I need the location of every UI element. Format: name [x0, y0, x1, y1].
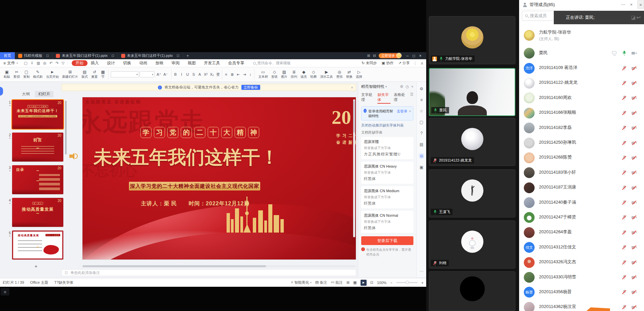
outline-button[interactable]: ◇轮廓 — [309, 69, 318, 80]
print-icon[interactable]: ▥ — [37, 61, 40, 65]
slide-thumbnail[interactable]: 5✦ 学习二十大精神 推动高质量发展 — [6, 231, 66, 260]
participant-row[interactable]: 2020114183张小轩 — [519, 165, 644, 180]
video-tile[interactable]: 刘栩 — [429, 220, 515, 269]
arrange-button[interactable]: ≣排列 — [289, 69, 299, 80]
font-size-select[interactable]: ▾ — [140, 71, 155, 77]
ribbon-menu-item[interactable]: 审阅 — [172, 60, 180, 66]
camera-icon[interactable] — [631, 275, 637, 280]
panel-collapse-button[interactable]: ≡ — [637, 0, 644, 9]
participant-row[interactable]: 2019114166张顺顺 — [519, 106, 644, 120]
book-icon[interactable]: ▣ — [419, 165, 423, 170]
participant-row[interactable]: 2019114182李磊 — [519, 120, 644, 135]
banner-close-icon[interactable]: × — [351, 85, 353, 90]
text-format-button[interactable]: 变 — [216, 72, 220, 77]
participant-row[interactable]: 佳文 2020114312任佳文 — [519, 240, 644, 255]
camera-icon[interactable] — [631, 245, 637, 250]
camera-icon[interactable] — [631, 185, 637, 191]
video-tile[interactable]: 力航学院-张容华 — [429, 16, 515, 64]
gear-icon[interactable]: ⚙ — [400, 84, 403, 89]
layout-grid-icon[interactable]: ⊞ — [367, 54, 370, 58]
disable-auto-show-link[interactable]: 关闭自动展示缺失字体列表 — [361, 123, 413, 128]
camera-icon[interactable] — [631, 305, 637, 310]
download-after-login-button[interactable]: 登录后下载 — [361, 236, 413, 245]
camera-icon[interactable] — [631, 125, 637, 131]
mic-icon[interactable] — [621, 95, 627, 101]
slide-thumbnail[interactable]: 3✦ 20 目录 — [6, 165, 66, 194]
document-tab[interactable]: 未来五年我们这样干(1).pptx ⊡ — [118, 52, 183, 59]
copy-button[interactable]: ▢复制 — [22, 69, 31, 80]
document-tab[interactable]: 找稻壳模板 ⊡ — [15, 52, 53, 59]
mic-icon[interactable] — [621, 305, 627, 310]
mic-icon[interactable] — [621, 110, 627, 116]
ribbon-menu-item[interactable]: 视图 — [188, 60, 196, 66]
mic-icon[interactable] — [621, 50, 627, 56]
text-format-button[interactable]: U — [186, 72, 190, 76]
text-format-button[interactable]: B — [174, 72, 177, 76]
slide-thumbnail[interactable]: 1✦ 20 学习党的二十大精神 未来五年我们这样干！ 深入学习党的二十大精神全面… — [6, 100, 66, 129]
camera-icon[interactable] — [631, 215, 637, 220]
go-login-link[interactable]: 去登录 — [397, 109, 407, 118]
collapse-ribbon-icon[interactable]: ∧ — [420, 61, 423, 66]
participant-row[interactable]: 2019114250孙琳凯 — [519, 135, 644, 150]
properties-icon[interactable]: ⚙ — [420, 87, 423, 91]
more-options-icon[interactable]: ⋯ — [621, 2, 625, 7]
zoom-level[interactable]: 100% — [377, 281, 386, 285]
file-menu[interactable]: ≡文件▾ — [0, 60, 21, 66]
bell-icon[interactable]: ◷ — [406, 84, 409, 89]
tab-pin-icon[interactable]: ⊡ — [46, 54, 49, 58]
mic-icon[interactable] — [621, 155, 627, 161]
camera-icon[interactable] — [631, 140, 637, 146]
comments-toggle[interactable]: ▭批注 — [331, 280, 343, 285]
participant-list[interactable]: 力航学院-张容华 (主持人, 我) 栗民 — [519, 25, 644, 311]
tab-start[interactable]: 开始 — [72, 60, 88, 66]
paragraph-format-button[interactable]: ⇥ — [242, 72, 246, 77]
select-button[interactable]: ▷选择 — [354, 69, 364, 80]
maximize-button[interactable]: □ — [413, 54, 415, 58]
adjust-icon[interactable]: ≡ — [420, 98, 422, 102]
zoom-out-button[interactable]: − — [390, 281, 392, 285]
mic-icon[interactable] — [621, 245, 627, 250]
layout-button[interactable]: ▤版式 — [80, 69, 90, 80]
slide-sorter-icon[interactable]: ▦ — [353, 280, 357, 285]
font-name-select[interactable]: ▾ — [111, 71, 139, 77]
slide-audio-icon[interactable] — [69, 152, 79, 161]
more-menu-icon[interactable]: ⋮ — [413, 61, 417, 66]
close-button[interactable]: × — [419, 54, 421, 58]
camera-icon[interactable] — [631, 260, 637, 265]
paste-button[interactable]: ▣粘贴 — [2, 69, 12, 80]
slideshow-play-button[interactable]: ▶ — [361, 280, 367, 286]
text-format-button[interactable]: X₂ — [210, 72, 214, 76]
tabs-more-icon[interactable]: ☰ — [410, 92, 413, 104]
camera-icon[interactable] — [631, 155, 637, 161]
add-slide-button[interactable]: + — [6, 263, 66, 269]
participant-row[interactable]: 栗民 — [519, 46, 644, 61]
notes-toggle[interactable]: ▤备注 — [315, 280, 327, 285]
camera-icon[interactable] — [631, 200, 637, 205]
undo-icon[interactable]: ↶ — [49, 61, 53, 65]
star-icon[interactable]: ☆ — [420, 109, 423, 113]
screen-share-icon[interactable] — [612, 50, 617, 56]
document-tab[interactable]: 未来五年我们这样干(1).pptx ⊡ — [53, 52, 118, 59]
ribbon-menu-item[interactable]: 切换 — [123, 60, 131, 66]
participant-row[interactable]: 2020114362杨汶宜 — [519, 300, 644, 311]
smart-features-icon[interactable]: ◎ — [419, 153, 424, 159]
decrease-font-icon[interactable]: A⁻ — [164, 72, 168, 77]
help-icon[interactable]: ? — [420, 131, 423, 136]
mic-icon[interactable] — [621, 80, 627, 86]
video-tile[interactable] — [429, 271, 515, 311]
camera-icon[interactable] — [631, 80, 637, 86]
print-preview-icon[interactable]: ◎ — [43, 61, 46, 65]
tab-slides[interactable]: 幻灯片 — [35, 91, 54, 97]
fullscreen-icon[interactable]: ⊡ — [370, 280, 373, 285]
cut-button[interactable]: ✂剪切 — [12, 69, 22, 80]
participant-row[interactable]: 2020114264李盈 — [519, 225, 644, 240]
theme-name[interactable]: Office 主题 — [30, 280, 48, 285]
camera-icon[interactable] — [631, 170, 637, 175]
panel-close-icon[interactable]: × — [630, 2, 633, 7]
export-icon[interactable]: ⇩ — [30, 61, 33, 65]
participant-row[interactable]: 2020114187王润康 — [519, 180, 644, 195]
chart-icon[interactable]: ▤ — [419, 142, 423, 147]
text-format-button[interactable]: I — [180, 72, 183, 76]
new-tab-button[interactable]: + — [183, 52, 193, 59]
normal-view-icon[interactable]: ⊞ — [346, 280, 349, 285]
